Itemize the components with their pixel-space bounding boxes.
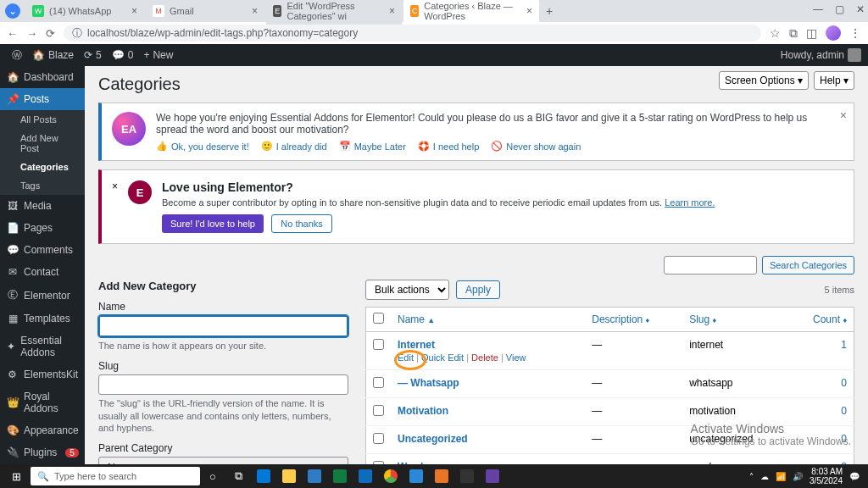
cortana-icon[interactable]: ○ [200,464,225,488]
extensions-icon[interactable]: ⧉ [789,26,798,41]
category-name-link[interactable]: Internet [398,339,435,351]
profile-avatar[interactable] [826,25,841,41]
close-window-button[interactable]: ✕ [856,3,865,15]
store-icon[interactable] [302,464,327,488]
sidebar-sub-all-posts[interactable]: All Posts [0,110,85,129]
elementor-yes-button[interactable]: Sure! I'd love to help [162,214,264,233]
tab-edit-categories[interactable]: E Edit "WordPress Categories" wi × [266,0,402,25]
help-button[interactable]: Help ▾ [814,71,854,90]
sidebar-item-essential-addons[interactable]: ✦Essential Addons [0,330,85,363]
screen-options-button[interactable]: Screen Options ▾ [719,71,809,90]
row-checkbox[interactable] [373,405,384,416]
row-checkbox[interactable] [373,433,384,444]
elementor-no-button[interactable]: No thanks [271,214,332,233]
tab-close-icon[interactable]: × [389,5,395,17]
minimize-button[interactable]: — [813,3,823,15]
tray-wifi-icon[interactable]: 📶 [776,472,786,481]
tab-categories-blaze[interactable]: C Categories ‹ Blaze — WordPres × [403,0,539,25]
tray-volume-icon[interactable]: 🔊 [793,472,803,481]
ea-link-never[interactable]: 🚫 Never show again [491,141,581,152]
dismiss-icon[interactable]: × [112,180,118,233]
category-name-link[interactable]: Uncategorized [398,433,468,445]
sidebar-item-elementor[interactable]: ⒺElementor [0,283,85,308]
sidebar-sub-categories[interactable]: Categories [0,158,85,176]
taskbar-search[interactable]: 🔍 Type here to search [31,467,200,485]
tab-whatsapp[interactable]: W (14) WhatsApp × [25,2,144,20]
tab-close-icon[interactable]: × [131,5,137,17]
col-slug[interactable]: Slug ♦ [689,313,716,325]
site-info-icon[interactable]: ⓘ [72,26,82,41]
tab-close-icon[interactable]: × [526,5,532,17]
view-link[interactable]: View [506,352,526,363]
tray-chevron-icon[interactable]: ˄ [749,472,754,481]
side-panel-icon[interactable]: ◫ [806,26,817,40]
comments[interactable]: 💬0 [107,49,139,61]
sidebar-item-appearance[interactable]: 🎨Appearance [0,419,85,441]
bing-icon[interactable] [403,464,429,488]
ea-link-deserve[interactable]: 👍 Ok, you deserve it! [156,141,249,152]
parent-select[interactable]: None [98,457,348,464]
count-link[interactable]: 0 [841,377,847,389]
app-icon-2[interactable] [454,464,480,488]
category-name-link[interactable]: Motivation [398,405,448,417]
ea-link-help[interactable]: 🛟 I need help [418,141,479,152]
wp-logo[interactable]: ⓦ [7,48,27,63]
bookmark-icon[interactable]: ☆ [770,26,781,40]
dismiss-icon[interactable]: × [840,108,847,122]
tab-gmail[interactable]: M Gmail × [146,2,264,20]
sidebar-item-contact[interactable]: ✉Contact [0,261,85,283]
search-categories-input[interactable] [664,256,757,274]
slug-input[interactable] [98,374,348,395]
col-description[interactable]: Description ♦ [592,313,649,325]
name-input[interactable] [98,315,348,337]
clock[interactable]: 8:03 AM 3/5/2024 [810,467,843,485]
maximize-button[interactable]: ▢ [835,3,844,15]
excel-icon[interactable] [327,464,353,488]
sidebar-item-media[interactable]: 🖼Media [0,195,85,217]
count-link[interactable]: 0 [841,433,847,445]
ea-link-already[interactable]: 🙂 I already did [261,141,327,152]
quick-edit-link[interactable]: Quick Edit [421,352,464,363]
sidebar-item-dashboard[interactable]: 🏠Dashboard [0,66,85,88]
back-button[interactable]: ← [7,27,18,40]
sidebar-sub-tags[interactable]: Tags [0,176,85,195]
new-tab-button[interactable]: + [541,4,558,18]
chrome-icon[interactable] [378,464,403,488]
row-checkbox[interactable] [373,377,384,388]
site-name[interactable]: 🏠Blaze [27,49,79,61]
new-content[interactable]: +New [138,49,178,61]
sidebar-item-posts[interactable]: 📌Posts [0,88,85,110]
app-icon-3[interactable] [480,464,505,488]
sidebar-item-royal-addons[interactable]: 👑Royal Addons [0,385,85,419]
search-categories-button[interactable]: Search Categories [762,256,854,274]
app-icon-1[interactable] [429,464,454,488]
ea-link-later[interactable]: 📅 Maybe Later [339,141,406,152]
sidebar-item-plugins[interactable]: 🔌Plugins5 [0,441,85,463]
tab-close-icon[interactable]: × [252,5,258,17]
category-name-link[interactable]: — Whatsapp [398,377,459,389]
edge-icon[interactable] [251,464,276,488]
edit-link[interactable]: Edit [398,352,414,363]
explorer-icon[interactable] [276,464,302,488]
notification-icon[interactable]: 💬 [849,472,860,481]
sidebar-item-pages[interactable]: 📄Pages [0,217,85,239]
tray-cloud-icon[interactable]: ☁ [760,472,769,481]
chrome-menu-button[interactable]: ⌄ [5,3,20,19]
apply-button[interactable]: Apply [456,280,500,299]
forward-button[interactable]: → [26,27,37,40]
start-button[interactable]: ⊞ [3,464,29,488]
sidebar-item-comments[interactable]: 💬Comments [0,239,85,261]
delete-link[interactable]: Delete [471,352,498,363]
learn-more-link[interactable]: Learn more. [665,197,715,208]
address-bar[interactable]: ⓘ localhost/blaze/wp-admin/edit-tags.php… [64,25,761,42]
chrome-menu-icon[interactable]: ⋮ [849,26,861,40]
reload-button[interactable]: ⟳ [46,27,55,40]
sidebar-item-elementskit[interactable]: ⚙ElementsKit [0,363,85,385]
bulk-actions-select[interactable]: Bulk actions [365,280,449,300]
howdy-text[interactable]: Howdy, admin [781,49,844,61]
select-all-checkbox[interactable] [373,313,384,324]
count-link[interactable]: 1 [841,339,847,351]
col-name[interactable]: Name ▲ [398,313,435,325]
col-count[interactable]: Count ♦ [813,313,847,325]
task-view-icon[interactable]: ⧉ [225,464,251,488]
